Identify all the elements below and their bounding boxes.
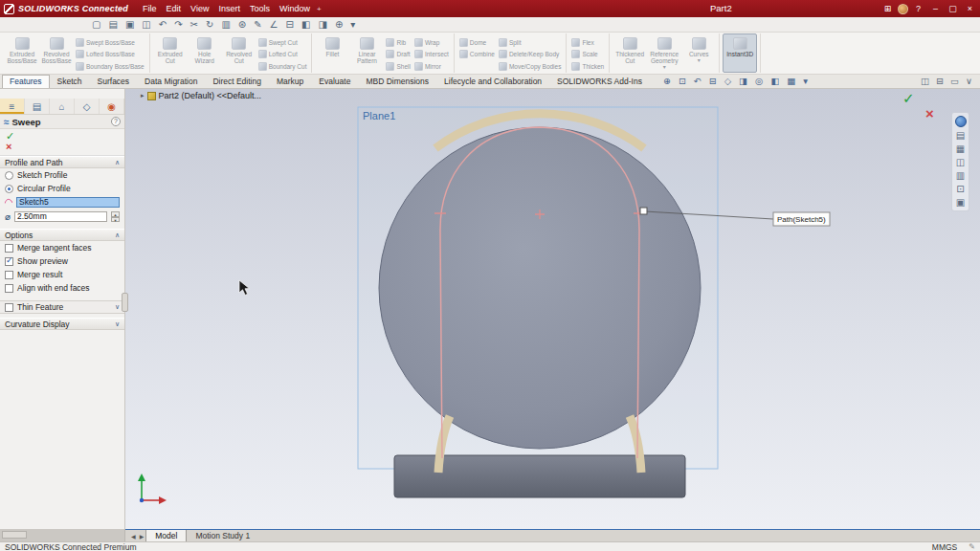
- print-icon[interactable]: ◫: [142, 17, 150, 33]
- ribbon-button-boundary-boss-base[interactable]: Boundary Boss/Base: [74, 60, 146, 73]
- ribbon-button-shell[interactable]: Shell: [384, 60, 412, 73]
- section-options[interactable]: Options ∧: [0, 229, 124, 241]
- confirm-cancel-button[interactable]: ×: [925, 105, 934, 121]
- tab-nav-prev-icon[interactable]: ◀: [129, 533, 138, 540]
- units-indicator[interactable]: MMGS: [932, 542, 957, 551]
- menu-edit[interactable]: Edit: [162, 0, 187, 17]
- open-document-icon[interactable]: ▤: [108, 17, 117, 33]
- file-properties-icon[interactable]: ▥: [221, 17, 230, 33]
- ribbon-button-reference-geometry[interactable]: Reference Geometry▾: [647, 33, 681, 73]
- smart-dimension-icon[interactable]: ∠: [270, 17, 278, 33]
- checkbox-show-preview[interactable]: [5, 257, 13, 266]
- zoom-to-fit-icon[interactable]: ⊕: [663, 75, 671, 87]
- cut-icon[interactable]: ✂: [190, 17, 198, 33]
- zoom-to-area-icon[interactable]: ⊡: [679, 75, 686, 87]
- tab-surfaces[interactable]: Surfaces: [90, 75, 138, 88]
- tab-evaluate[interactable]: Evaluate: [311, 75, 358, 88]
- ribbon-button-flex[interactable]: Flex: [569, 36, 606, 49]
- tab-sketch[interactable]: Sketch: [50, 75, 90, 88]
- ribbon-button-mirror[interactable]: Mirror: [412, 60, 451, 73]
- redo-icon[interactable]: ↷: [174, 17, 182, 33]
- checkbox-merge-result[interactable]: [5, 271, 13, 279]
- solidworks-resources-icon[interactable]: [955, 116, 967, 127]
- feature-tree-flyout[interactable]: ▸ Part2 (Default) <<Default...: [141, 91, 261, 100]
- configurationmanager-tab[interactable]: ⌂: [50, 99, 75, 114]
- ribbon-button-lofted-boss-base[interactable]: Lofted Boss/Base: [74, 49, 146, 61]
- tab-solidworks-add-ins[interactable]: SOLIDWORKS Add-Ins: [549, 75, 650, 88]
- radio-sketch-profile[interactable]: [5, 171, 13, 180]
- menu-insert[interactable]: Insert: [213, 0, 245, 17]
- undo-icon[interactable]: ↶: [159, 17, 167, 33]
- diameter-stepper[interactable]: ▲ ▼: [111, 211, 120, 222]
- section-view-icon[interactable]: ⊟: [709, 75, 717, 87]
- displaymanager-tab[interactable]: ◉: [100, 99, 124, 114]
- apply-scene-icon[interactable]: ▦: [787, 75, 795, 87]
- stepper-down-icon[interactable]: ▼: [111, 217, 120, 223]
- maximize-button[interactable]: ▢: [946, 0, 960, 17]
- ribbon-button-delete-keep-body[interactable]: Delete/Keep Body: [497, 49, 564, 61]
- ribbon-button-wrap[interactable]: Wrap: [412, 36, 451, 49]
- ribbon-button-split[interactable]: Split: [497, 36, 564, 49]
- radio-circular-profile[interactable]: [5, 185, 13, 193]
- display-style-icon[interactable]: ◨: [739, 75, 747, 87]
- pane-layout-icon[interactable]: ⊟: [936, 75, 944, 87]
- thin-feature-checkbox[interactable]: [5, 303, 13, 312]
- help-icon[interactable]: ?: [911, 0, 925, 17]
- ribbon-button-intersect[interactable]: Intersect: [412, 49, 451, 61]
- file-explorer-icon[interactable]: ▦: [956, 143, 965, 154]
- apply-scene-icon[interactable]: ◨: [318, 17, 326, 33]
- diameter-input[interactable]: 2.50mm: [14, 211, 107, 222]
- ribbon-button-draft[interactable]: Draft: [384, 49, 412, 61]
- collapse-ribbon-icon[interactable]: ∨: [966, 75, 972, 87]
- tab-features[interactable]: Features: [2, 75, 50, 88]
- path-selection-field[interactable]: Sketch5: [16, 197, 120, 208]
- hide-show-items-icon[interactable]: ◎: [755, 75, 763, 87]
- new-document-icon[interactable]: ▢: [92, 17, 100, 33]
- save-icon[interactable]: ▣: [125, 17, 134, 33]
- options-icon[interactable]: ⊛: [238, 17, 246, 33]
- path-selection-handle[interactable]: [640, 208, 647, 214]
- rebuild-icon[interactable]: ↻: [206, 17, 213, 33]
- forum-icon[interactable]: ▣: [956, 197, 965, 208]
- featuremanager-tab[interactable]: ≡: [0, 99, 25, 114]
- graphics-viewport[interactable]: Plane1 Path(Sketch5) ▸ Part2: [125, 89, 980, 529]
- ribbon-button-lofted-cut[interactable]: Lofted Cut: [256, 49, 309, 61]
- ribbon-button-extruded-cut[interactable]: Extruded Cut: [153, 33, 188, 73]
- help-icon[interactable]: ?: [111, 117, 121, 126]
- bottom-tab-motion-study-1[interactable]: Motion Study 1: [187, 530, 258, 541]
- ribbon-button-thicken[interactable]: Thicken: [569, 60, 606, 73]
- ribbon-button-fillet[interactable]: Fillet: [315, 33, 349, 73]
- checkbox-align-with-end-faces[interactable]: [5, 284, 13, 293]
- close-button[interactable]: ×: [963, 0, 977, 17]
- ribbon-button-swept-boss-base[interactable]: Swept Boss/Base: [74, 36, 146, 49]
- section-view-icon[interactable]: ⊟: [286, 17, 294, 33]
- section-profile-and-path[interactable]: Profile and Path ∧: [0, 156, 124, 168]
- sketch-icon[interactable]: ✎: [254, 17, 261, 33]
- ribbon-button-thickened-cut[interactable]: Thickened Cut: [612, 33, 647, 73]
- tab-direct-editing[interactable]: Direct Editing: [205, 75, 269, 88]
- expand-arrow-icon[interactable]: ▸: [141, 92, 145, 99]
- propertymanager-tab[interactable]: ▤: [25, 99, 50, 114]
- tab-markup[interactable]: Markup: [269, 75, 311, 88]
- ribbon-button-swept-cut[interactable]: Swept Cut: [256, 36, 309, 49]
- tab-lifecycle-and-collaboration[interactable]: Lifecycle and Collaboration: [436, 75, 549, 88]
- dropdown-caret-icon[interactable]: ▾: [350, 17, 355, 33]
- ribbon-button-rib[interactable]: Rib: [384, 36, 412, 49]
- panel-splitter-handle[interactable]: [122, 293, 128, 312]
- pin-icon[interactable]: +: [317, 5, 322, 13]
- zoom-icon[interactable]: ⊕: [335, 17, 343, 33]
- ok-button[interactable]: ✓: [6, 131, 119, 142]
- checkbox-merge-tangent-faces[interactable]: [5, 244, 13, 253]
- ribbon-button-hole-wizard[interactable]: Hole Wizard: [188, 33, 222, 73]
- menu-file[interactable]: File: [138, 0, 162, 17]
- design-library-icon[interactable]: ▤: [956, 130, 965, 141]
- feature-tree-root[interactable]: Part2 (Default) <<Default...: [159, 91, 262, 100]
- user-avatar[interactable]: [898, 4, 908, 14]
- ribbon-button-combine[interactable]: Combine: [457, 49, 497, 61]
- ribbon-button-boundary-cut[interactable]: Boundary Cut: [256, 60, 309, 73]
- appearances-scenes-icon[interactable]: ▥: [956, 170, 965, 181]
- tab-data-migration[interactable]: Data Migration: [137, 75, 205, 88]
- confirm-ok-button[interactable]: ✓: [902, 90, 915, 107]
- tag-icon[interactable]: ✎: [969, 542, 975, 551]
- menu-view[interactable]: View: [186, 0, 213, 17]
